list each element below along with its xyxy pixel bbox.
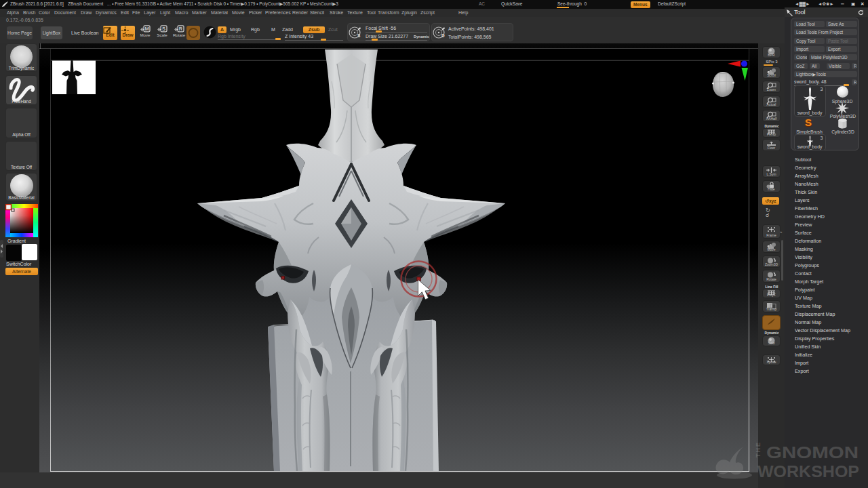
svg-text:S: S [162,26,165,32]
svg-text:D: D [441,33,445,38]
svg-text:M: M [144,26,149,32]
svg-text:S: S [357,33,361,38]
svg-text:R: R [179,26,183,32]
